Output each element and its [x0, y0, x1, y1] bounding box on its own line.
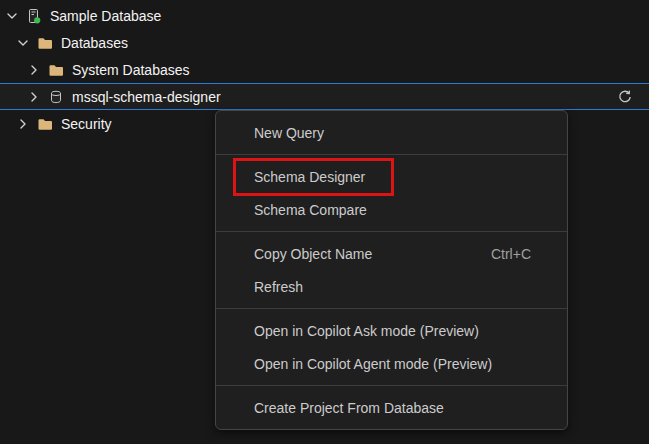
menu-item-create-project-from-database[interactable]: Create Project From Database [216, 391, 567, 424]
menu-item-label: Open in Copilot Ask mode (Preview) [254, 323, 479, 339]
menu-group: Create Project From Database [216, 386, 567, 429]
menu-item-label: Create Project From Database [254, 400, 444, 416]
chevron-right-icon[interactable] [26, 62, 42, 78]
tree-item-label: mssql-schema-designer [72, 89, 221, 105]
context-menu: New Query Schema Designer Schema Compare… [215, 110, 568, 430]
tree-item-system-databases[interactable]: System Databases [0, 56, 649, 83]
menu-item-schema-designer[interactable]: Schema Designer [216, 160, 567, 193]
tree-item-label: Sample Database [50, 8, 161, 24]
tree-item-mssql-schema-designer[interactable]: mssql-schema-designer [0, 83, 649, 110]
menu-item-open-copilot-agent-mode[interactable]: Open in Copilot Agent mode (Preview) [216, 347, 567, 380]
menu-item-refresh[interactable]: Refresh [216, 270, 567, 303]
folder-icon [37, 116, 53, 132]
database-icon [48, 89, 64, 105]
menu-group: Schema Designer Schema Compare [216, 155, 567, 231]
menu-group: Open in Copilot Ask mode (Preview) Open … [216, 309, 567, 385]
chevron-down-icon[interactable] [4, 8, 20, 24]
menu-item-label: New Query [254, 125, 324, 141]
menu-item-shortcut: Ctrl+C [491, 246, 531, 262]
tree-item-label: System Databases [72, 62, 190, 78]
folder-icon [48, 62, 64, 78]
menu-item-open-copilot-ask-mode[interactable]: Open in Copilot Ask mode (Preview) [216, 314, 567, 347]
menu-item-label: Copy Object Name [254, 246, 372, 262]
tree-item-databases[interactable]: Databases [0, 29, 649, 56]
menu-item-label: Schema Compare [254, 202, 367, 218]
refresh-icon[interactable] [616, 88, 634, 106]
menu-item-copy-object-name[interactable]: Copy Object Name Ctrl+C [216, 237, 567, 270]
chevron-right-icon[interactable] [15, 116, 31, 132]
menu-item-label: Refresh [254, 279, 303, 295]
tree-item-sample-database[interactable]: Sample Database [0, 2, 649, 29]
menu-item-schema-compare[interactable]: Schema Compare [216, 193, 567, 226]
server-online-icon [26, 8, 42, 24]
menu-group: Copy Object Name Ctrl+C Refresh [216, 232, 567, 308]
chevron-down-icon[interactable] [15, 35, 31, 51]
menu-group: New Query [216, 111, 567, 154]
folder-icon [37, 35, 53, 51]
menu-item-label: Schema Designer [254, 169, 365, 185]
tree-item-label: Databases [61, 35, 128, 51]
menu-item-new-query[interactable]: New Query [216, 116, 567, 149]
chevron-right-icon[interactable] [26, 89, 42, 105]
tree-item-label: Security [61, 116, 112, 132]
menu-item-label: Open in Copilot Agent mode (Preview) [254, 356, 492, 372]
